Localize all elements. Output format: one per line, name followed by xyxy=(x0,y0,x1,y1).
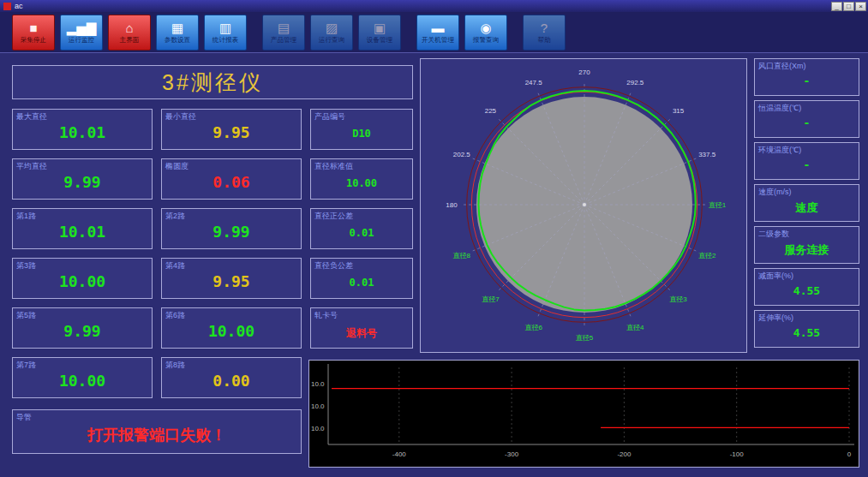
alarm-label: 导管 xyxy=(16,412,297,423)
measurement-cell-channel-2: 第2路 9.99 xyxy=(161,208,302,249)
measurement-value: 0.06 xyxy=(165,173,297,191)
measurement-label: 第8路 xyxy=(165,360,297,371)
trend-x-tick-label: -100 xyxy=(730,450,745,458)
status-item-tuyere-diameter: 风口直径(Xm) - xyxy=(754,58,859,96)
polar-chart: 直径1直径2直径3直径4直径5直径6直径7直径8180202.5225247.5… xyxy=(421,59,746,352)
minimize-button[interactable]: _ xyxy=(831,2,842,11)
run-monitor-button[interactable]: ▂▅▇ 运行监控 xyxy=(60,15,103,51)
status-value: - xyxy=(758,75,855,87)
power-keyboard-icon: ▬ xyxy=(432,21,445,35)
measurement-value: 0.01 xyxy=(314,227,409,239)
toolbar-button-label: 帮助 xyxy=(537,35,550,44)
status-label: 速度(m/s) xyxy=(758,187,855,198)
polar-axis-label: 直径4 xyxy=(626,324,644,331)
measurement-label: 第3路 xyxy=(16,260,148,271)
toolbar-button-label: 开关机管理 xyxy=(422,35,454,44)
measurement-cell-channel-8: 第8路 0.00 xyxy=(161,357,302,398)
trend-x-tick-label: -200 xyxy=(617,450,632,458)
status-value: 4.55 xyxy=(758,326,855,339)
run-query-button[interactable]: ▨ 运行查询 xyxy=(310,15,353,51)
toolbar: ■ 采集停止 ▂▅▇ 运行监控 ⌂ 主界面 ▦ 参数设置 ▥ 统计报表 ▤ 产品… xyxy=(0,12,868,53)
measurement-value: 10.01 xyxy=(16,123,148,141)
polar-axis-label: 直径7 xyxy=(482,295,500,303)
status-value: - xyxy=(758,116,855,129)
monitor-bars-icon: ▂▅▇ xyxy=(67,21,97,35)
maximize-button[interactable]: □ xyxy=(843,2,854,11)
alarm-box: 导管 打开报警端口失败！ xyxy=(12,409,302,454)
trend-y-tick-label: 10.0 xyxy=(311,402,325,410)
measurement-label: 椭圆度 xyxy=(165,161,297,172)
alarm-query-button[interactable]: ◉ 报警查询 xyxy=(464,15,507,51)
toolbar-button-label: 主界面 xyxy=(120,35,140,44)
polar-axis-label: 202.5 xyxy=(453,151,471,158)
title-bar: ac _ □ × xyxy=(0,0,868,12)
measurement-cell-ovality: 椭圆度 0.06 xyxy=(161,158,302,200)
device-management-button[interactable]: ▣ 设备管理 xyxy=(358,15,401,51)
home-icon: ⌂ xyxy=(125,21,133,35)
measurement-cell-channel-5: 第5路 9.99 xyxy=(12,307,153,349)
measurement-value: 10.00 xyxy=(16,272,148,290)
app-icon xyxy=(3,3,11,10)
status-value: 服务连接 xyxy=(758,242,855,258)
measurement-label: 第1路 xyxy=(16,211,148,222)
parameter-settings-button[interactable]: ▦ 参数设置 xyxy=(156,15,199,51)
trend-x-tick-label: -400 xyxy=(392,450,407,458)
product-list-icon: ▤ xyxy=(278,21,290,35)
status-value: - xyxy=(758,158,855,171)
status-label: 环境温度(℃) xyxy=(758,145,855,156)
measurement-label: 轧卡号 xyxy=(314,310,409,321)
query-doc-icon: ▨ xyxy=(326,21,338,35)
polar-axis-label: 直径6 xyxy=(524,324,542,331)
polar-axis-label: 180 xyxy=(446,201,458,209)
polar-axis-label: 292.5 xyxy=(626,79,644,86)
product-management-button[interactable]: ▤ 产品管理 xyxy=(262,15,305,51)
right-status-column: 风口直径(Xm) - 恒温温度(℃) - 环境温度(℃) - 速度(m/s) 速… xyxy=(754,58,859,348)
toolbar-button-label: 报警查询 xyxy=(473,35,499,44)
measurement-label: 第6路 xyxy=(165,310,297,321)
measurement-label: 直径正公差 xyxy=(314,211,409,222)
close-button[interactable]: × xyxy=(855,2,866,11)
polar-chart-panel: 直径1直径2直径3直径4直径5直径6直径7直径8180202.5225247.5… xyxy=(420,58,747,353)
measurement-cell-channel-6: 第6路 10.00 xyxy=(161,307,302,349)
stop-capture-button[interactable]: ■ 采集停止 xyxy=(12,15,55,51)
alarm-message: 打开报警端口失败！ xyxy=(16,425,297,445)
measurement-label: 直径标准值 xyxy=(314,161,409,172)
toolbar-button-label: 参数设置 xyxy=(165,35,190,44)
status-label: 延伸率(%) xyxy=(758,313,855,324)
measurement-cell-min-diameter: 最小直径 9.95 xyxy=(161,109,302,150)
trend-x-tick-label: -300 xyxy=(505,450,519,458)
polar-center-dot xyxy=(583,203,586,206)
alarm-lamp-icon: ◉ xyxy=(480,21,491,35)
polar-axis-label: 270 xyxy=(578,69,590,76)
measurement-value: D10 xyxy=(314,128,409,140)
trend-y-tick-label: 10.0 xyxy=(311,380,325,388)
toolbar-button-label: 设备管理 xyxy=(367,35,392,44)
measurement-cell-channel-3: 第3路 10.00 xyxy=(12,258,153,299)
measurement-cell-channel-4: 第4路 9.95 xyxy=(161,258,302,299)
measurement-label: 第7路 xyxy=(16,360,148,371)
statistics-report-button[interactable]: ▥ 统计报表 xyxy=(204,15,247,51)
gauge-title: 3#测径仪 xyxy=(162,69,263,97)
measurement-label: 最大直径 xyxy=(16,111,148,122)
gauge-title-box: 3#测径仪 xyxy=(12,65,413,99)
status-item-env-temp: 环境温度(℃) - xyxy=(754,142,859,180)
status-label: 风口直径(Xm) xyxy=(758,61,855,72)
toolbar-button-label: 采集停止 xyxy=(21,35,46,44)
toolbar-button-label: 运行查询 xyxy=(319,35,344,44)
measurement-value: 9.95 xyxy=(165,123,297,141)
polar-axis-label: 直径5 xyxy=(576,334,594,342)
polar-axis-label: 直径3 xyxy=(669,295,687,303)
window-title: ac xyxy=(15,2,830,10)
measurement-label: 产品编号 xyxy=(314,111,409,122)
help-button[interactable]: ? 帮助 xyxy=(523,15,566,51)
measurement-cell-roll-card: 轧卡号 退料号 xyxy=(310,307,413,349)
polar-axis-label: 直径8 xyxy=(453,252,471,259)
measurement-cell-plus-tolerance: 直径正公差 0.01 xyxy=(310,208,413,249)
measurement-label: 直径负公差 xyxy=(314,260,409,271)
status-value: 4.55 xyxy=(758,284,855,297)
main-screen-button[interactable]: ⌂ 主界面 xyxy=(108,15,151,51)
polar-axis-label: 337.5 xyxy=(698,151,716,158)
stats-chart-icon: ▥ xyxy=(219,21,231,35)
status-item-const-temp: 恒温温度(℃) - xyxy=(754,100,859,138)
power-management-button[interactable]: ▬ 开关机管理 xyxy=(416,15,459,51)
